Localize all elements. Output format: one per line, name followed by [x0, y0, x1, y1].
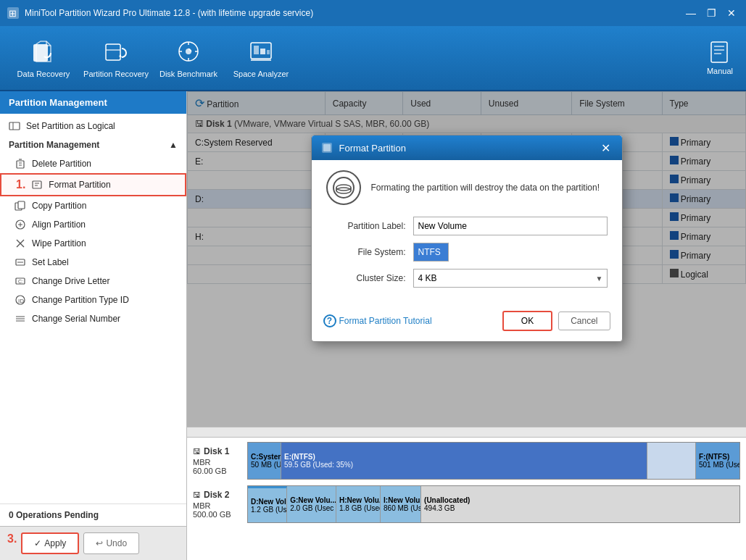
sidebar-item-align-partition[interactable]: Align Partition	[0, 215, 186, 234]
disk-map-area: 🖫 Disk 1 MBR 60.00 GB C:System Re... 50 …	[187, 437, 746, 560]
space-analyzer-label: Space Analyzer	[233, 70, 289, 78]
toolbar-space-analyzer[interactable]: Space Analyzer	[225, 29, 297, 87]
svg-rect-14	[260, 49, 265, 54]
disk1-seg-empty[interactable]	[647, 443, 696, 479]
restore-button[interactable]: ❐	[703, 6, 720, 20]
file-system-row: File System: NTFS FAT32 FAT16 exFAT Ext2…	[326, 243, 608, 262]
sidebar-item-change-serial[interactable]: Change Serial Number	[0, 309, 186, 328]
sidebar-item-wipe-partition[interactable]: Wipe Partition	[0, 234, 186, 253]
change-drive-letter-icon: C:	[14, 275, 26, 287]
ok-button[interactable]: OK	[502, 311, 552, 331]
file-system-select[interactable]: NTFS FAT32 FAT16 exFAT Ext2 Ext3 Ext4	[413, 243, 449, 262]
svg-rect-27	[33, 181, 41, 188]
close-button[interactable]: ✕	[723, 6, 740, 20]
svg-rect-13	[254, 46, 259, 54]
disk1-seg-f[interactable]: F:(NTFS) 501 MB (Use	[696, 443, 739, 479]
disk1-bar: C:System Re... 50 MB (Usec E:(NTFS) 59.5…	[247, 442, 740, 480]
sidebar-header-label: Partition Management	[9, 97, 107, 108]
sidebar-item-set-logical[interactable]: Set Partition as Logical	[0, 117, 186, 135]
disk2-seg-i[interactable]: I:New Volu... 860 MB (Use	[381, 486, 421, 522]
help-icon[interactable]: ?	[323, 314, 336, 327]
partition-label-row: Partition Label:	[326, 217, 608, 235]
partition-label-input[interactable]	[413, 217, 608, 235]
modal-warning: Formating the partition will destroy the…	[326, 170, 608, 205]
cancel-button[interactable]: Cancel	[558, 312, 610, 330]
file-system-label: File System:	[326, 247, 413, 257]
disk2-seg-g[interactable]: G:New Volu... 2.0 GB (Usec	[287, 486, 336, 522]
title-bar: ⊞ MiniTool Partition Wizard Pro Ultimate…	[0, 0, 746, 26]
toolbar-data-recovery[interactable]: Data Recovery	[7, 29, 80, 87]
disk2-map-size: 500.00 GB	[193, 510, 243, 519]
manual-label: Manual	[707, 67, 733, 75]
format-icon	[320, 141, 333, 154]
disk2-seg-h[interactable]: H:New Volu... 1.8 GB (Usec	[336, 486, 381, 522]
modal-close-button[interactable]: ✕	[599, 141, 613, 155]
change-drive-letter-label: Change Drive Letter	[32, 276, 109, 286]
svg-text:C:: C:	[18, 279, 23, 284]
change-type-label: Change Partition Type ID	[32, 295, 129, 305]
sidebar-item-format-partition[interactable]: 1. Format Partition	[0, 173, 186, 196]
disk1-map-type: MBR	[193, 458, 243, 467]
svg-text:⊞: ⊞	[9, 8, 17, 19]
disk2-bar: D:New Volu... 1.2 GB (Usec G:New Volu...…	[247, 485, 740, 523]
cluster-size-select[interactable]: 4 KB 8 KB 16 KB 32 KB	[413, 269, 608, 288]
disk2-map-label: Disk 2	[204, 490, 229, 500]
svg-rect-3	[106, 44, 120, 60]
delete-partition-label: Delete Partition	[32, 159, 91, 169]
undo-button[interactable]: ↩ Undo	[83, 532, 139, 554]
align-partition-icon	[14, 219, 26, 230]
sidebar-content: Set Partition as Logical Partition Manag…	[0, 114, 186, 503]
pending-ops: 0 Operations Pending	[0, 503, 186, 526]
copy-partition-icon	[14, 200, 26, 212]
horizontal-scrollbar[interactable]	[187, 427, 746, 437]
sidebar-item-set-label[interactable]: Set Label	[0, 253, 186, 272]
toolbar-disk-benchmark[interactable]: Disk Benchmark	[152, 29, 225, 87]
disk2-map-info: 🖫 Disk 2 MBR 500.00 GB	[193, 490, 247, 519]
space-analyzer-icon	[247, 38, 275, 65]
disk1-map-size: 60.00 GB	[193, 467, 243, 475]
disk1-map-label: Disk 1	[204, 446, 229, 456]
disk2-seg-unalloc[interactable]: (Unallocated) 494.3 GB	[421, 486, 739, 522]
disk2-map-row: 🖫 Disk 2 MBR 500.00 GB D:New Volu... 1.2…	[193, 485, 740, 523]
section-collapse-icon: ▲	[169, 140, 178, 150]
svg-point-6	[186, 49, 191, 54]
disk1-seg-e[interactable]: E:(NTFS) 59.5 GB (Used: 35%)	[281, 443, 647, 479]
partition-label-label: Partition Label:	[326, 221, 413, 231]
set-logical-icon	[9, 120, 20, 132]
svg-rect-17	[711, 42, 727, 62]
apply-label: Apply	[44, 538, 66, 548]
toolbar-manual[interactable]: Manual	[701, 35, 739, 81]
set-logical-label: Set Partition as Logical	[26, 121, 115, 131]
cluster-size-select-wrap: 4 KB 8 KB 16 KB 32 KB	[413, 269, 608, 288]
sidebar-item-copy-partition[interactable]: Copy Partition	[0, 196, 186, 215]
disk2-map-type: MBR	[193, 501, 243, 510]
file-system-select-wrap: NTFS FAT32 FAT16 exFAT Ext2 Ext3 Ext4	[413, 243, 608, 262]
disk1-seg-c[interactable]: C:System Re... 50 MB (Usec	[248, 443, 281, 479]
section-label: Partition Management	[9, 140, 99, 150]
minimize-button[interactable]: —	[682, 6, 700, 20]
disk-benchmark-label: Disk Benchmark	[159, 70, 217, 78]
sidebar-header: Partition Management	[0, 91, 186, 114]
format-partition-modal: Format Partition ✕	[311, 135, 623, 342]
help-link[interactable]: Format Partition Tutorial	[339, 316, 432, 326]
toolbar-partition-recovery[interactable]: Partition Recovery	[80, 29, 152, 87]
cluster-size-row: Cluster Size: 4 KB 8 KB 16 KB 32 KB	[326, 269, 608, 288]
sidebar-item-change-drive-letter[interactable]: C: Change Drive Letter	[0, 272, 186, 291]
disk2-seg-d[interactable]: D:New Volu... 1.2 GB (Usec	[248, 486, 287, 522]
format-partition-label: Format Partition	[49, 180, 110, 190]
apply-button[interactable]: ✓ Apply	[21, 532, 79, 554]
disk1-map-info: 🖫 Disk 1 MBR 60.00 GB	[193, 446, 247, 475]
disk-benchmark-icon	[175, 38, 202, 65]
undo-icon: ↩	[96, 538, 103, 548]
sidebar-item-change-type-id[interactable]: ID Change Partition Type ID	[0, 291, 186, 309]
format-step-badge: 1.	[16, 178, 25, 191]
sidebar-item-delete-partition[interactable]: Delete Partition	[0, 154, 186, 173]
sidebar-section-partition-mgmt[interactable]: Partition Management ▲	[0, 135, 186, 154]
svg-rect-15	[267, 50, 270, 54]
undo-label: Undo	[106, 538, 127, 548]
copy-partition-label: Copy Partition	[32, 201, 86, 211]
window-controls: — ❐ ✕	[682, 6, 740, 20]
data-recovery-label: Data Recovery	[17, 70, 70, 78]
modal-footer: ? Format Partition Tutorial OK Cancel	[312, 305, 622, 341]
partition-table-area[interactable]: ⟳ Partition Capacity Used Unused File Sy…	[187, 91, 746, 427]
